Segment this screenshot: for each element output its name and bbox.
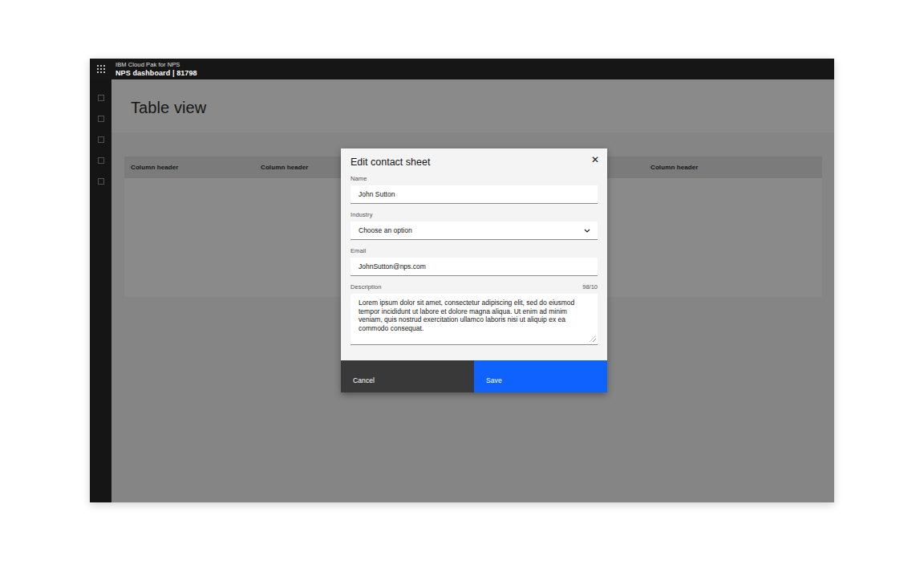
email-input[interactable] [351,258,598,276]
description-label-row: Description 98/10 [351,283,598,291]
email-field-group: Email [351,247,598,276]
cancel-button[interactable]: Cancel [341,360,474,392]
name-field-group: Name [351,175,598,204]
header-titles: IBM Cloud Pak for NPS NPS dashboard | 81… [116,62,197,77]
modal-title: Edit contact sheet [351,157,582,168]
modal-footer: Cancel Save [341,360,607,392]
description-label: Description [351,283,382,291]
close-icon[interactable]: ✕ [587,152,603,168]
description-field-group: Description 98/10 Lorem ipsum dolor sit … [351,283,598,345]
edit-contact-sheet-modal: Edit contact sheet ✕ Name Industry Choos… [341,148,607,392]
app-header: IBM Cloud Pak for NPS NPS dashboard | 81… [90,59,834,79]
app-window: IBM Cloud Pak for NPS NPS dashboard | 81… [90,59,834,502]
app-title-label: NPS dashboard | 81798 [116,70,197,77]
industry-label: Industry [351,211,598,218]
name-label: Name [351,175,598,182]
description-textarea[interactable]: Lorem ipsum dolor sit amet, consectetur … [351,294,598,345]
chevron-down-icon [584,229,590,233]
industry-dropdown[interactable]: Choose an option [351,222,598,240]
save-button[interactable]: Save [474,360,607,392]
name-input[interactable] [351,185,598,204]
description-textarea-wrap: Lorem ipsum dolor sit amet, consectetur … [351,294,598,345]
product-line-label: IBM Cloud Pak for NPS [116,62,197,68]
app-switcher-icon [97,65,105,73]
email-label: Email [351,247,598,254]
character-counter: 98/10 [582,283,598,291]
industry-field-group: Industry Choose an option [351,211,598,240]
app-switcher-button[interactable] [90,59,111,79]
industry-dropdown-value: Choose an option [359,226,412,234]
